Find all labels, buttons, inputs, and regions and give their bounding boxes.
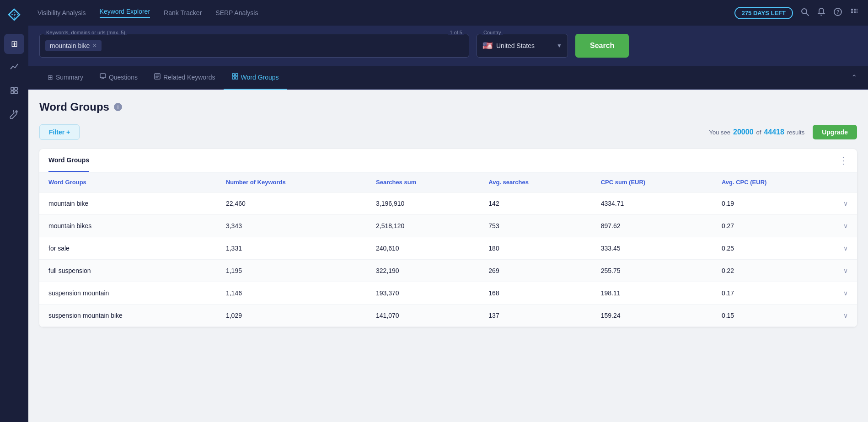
country-label: Country	[482, 30, 503, 35]
cell-expand[interactable]: ∨	[834, 282, 857, 304]
svg-rect-2	[11, 91, 14, 94]
cell-expand[interactable]: ∨	[834, 237, 857, 260]
cell-avg-cpc: 0.27	[713, 215, 834, 237]
cell-num-keywords: 1,146	[217, 282, 367, 304]
cell-expand[interactable]: ∨	[834, 260, 857, 282]
keyword-input-wrapper[interactable]: Keywords, domains or urls (max. 5) 1 of …	[39, 34, 469, 58]
table-card: Word Groups ⋮ Word Groups Number of Keyw…	[39, 149, 857, 327]
expand-icon[interactable]: ∨	[843, 245, 848, 252]
svg-text:?: ?	[836, 9, 840, 15]
col-num-keywords[interactable]: Number of Keywords	[217, 172, 367, 192]
svg-rect-0	[11, 87, 14, 90]
svg-rect-23	[236, 77, 238, 79]
page-header: Word Groups i	[39, 101, 857, 113]
cell-avg-searches: 269	[479, 260, 591, 282]
country-select[interactable]: Country 🇺🇸 United States ▼	[477, 34, 568, 58]
keyword-tag-text: mountain bike	[50, 42, 90, 49]
cell-word-group: full suspension	[39, 260, 217, 282]
cell-avg-cpc: 0.25	[713, 237, 834, 260]
col-avg-cpc[interactable]: Avg. CPC (EUR)	[713, 172, 834, 192]
table-row[interactable]: full suspension 1,195 322,190 269 255.75…	[39, 260, 857, 282]
col-word-groups[interactable]: Word Groups	[39, 172, 217, 192]
topnav: Visibility Analysis Keyword Explorer Ran…	[28, 0, 868, 26]
sidebar-item-grid[interactable]: ⊞	[4, 34, 24, 54]
search-icon[interactable]	[800, 7, 809, 19]
cell-expand[interactable]: ∨	[834, 215, 857, 237]
sidebar-item-wrench[interactable]	[4, 105, 24, 125]
svg-rect-12	[851, 11, 853, 13]
expand-icon[interactable]: ∨	[843, 312, 848, 319]
table-row[interactable]: mountain bike 22,460 3,196,910 142 4334.…	[39, 192, 857, 215]
cell-word-group: mountain bike	[39, 192, 217, 215]
nav-rank-tracker[interactable]: Rank Tracker	[164, 9, 202, 16]
svg-rect-15	[100, 74, 106, 78]
table-row[interactable]: suspension mountain bike 1,029 141,070 1…	[39, 304, 857, 327]
keyword-tag: mountain bike ×	[45, 40, 102, 51]
word-groups-icon	[232, 73, 238, 81]
svg-rect-13	[854, 11, 856, 13]
nav-serp-analysis[interactable]: SERP Analysis	[215, 9, 258, 16]
cell-expand[interactable]: ∨	[834, 192, 857, 215]
sidebar-item-chart[interactable]	[4, 58, 24, 78]
svg-rect-3	[15, 91, 17, 94]
table-row[interactable]: mountain bikes 3,343 2,518,120 753 897.6…	[39, 215, 857, 237]
col-avg-searches[interactable]: Avg. searches	[479, 172, 591, 192]
keyword-tag-close[interactable]: ×	[92, 42, 96, 49]
table-tab-more-icon[interactable]: ⋮	[839, 155, 848, 166]
cell-avg-searches: 180	[479, 237, 591, 260]
topnav-right: 275 DAYS LEFT ?	[734, 7, 859, 19]
svg-rect-14	[857, 11, 857, 13]
cell-cpc-sum: 333.45	[592, 237, 713, 260]
keyword-input-label: Keywords, domains or urls (max. 5)	[44, 30, 127, 35]
results-text: You see	[709, 129, 731, 136]
tab-summary[interactable]: ⊞ Summary	[39, 66, 91, 90]
help-icon[interactable]: ?	[833, 7, 842, 19]
days-badge: 275 DAYS LEFT	[734, 7, 793, 19]
cell-searches-sum: 2,518,120	[367, 215, 479, 237]
cell-num-keywords: 1,195	[217, 260, 367, 282]
filter-button[interactable]: Filter +	[39, 124, 80, 140]
logo[interactable]	[4, 5, 24, 25]
expand-icon[interactable]: ∨	[843, 289, 848, 297]
cell-num-keywords: 22,460	[217, 192, 367, 215]
grid-icon: ⊞	[11, 39, 18, 49]
tab-word-groups[interactable]: Word Groups	[224, 66, 287, 90]
upgrade-button[interactable]: Upgrade	[813, 125, 857, 139]
col-searches-sum[interactable]: Searches sum	[367, 172, 479, 192]
cell-cpc-sum: 159.24	[592, 304, 713, 327]
tabbar: ⊞ Summary Questions Related Keywords Wor…	[28, 66, 868, 90]
main-content: Word Groups i Filter + You see 20000 of …	[28, 90, 868, 422]
results-total: 44418	[764, 128, 784, 136]
table-row[interactable]: suspension mountain 1,146 193,370 168 19…	[39, 282, 857, 304]
nav-visibility-analysis[interactable]: Visibility Analysis	[38, 9, 86, 16]
table-tabs: Word Groups ⋮	[39, 149, 857, 172]
bell-icon[interactable]	[817, 7, 826, 19]
expand-icon[interactable]: ∨	[843, 200, 848, 207]
cell-searches-sum: 193,370	[367, 282, 479, 304]
tabbar-collapse-icon[interactable]: ⌃	[851, 73, 857, 82]
table-row[interactable]: for sale 1,331 240,610 180 333.45 0.25 ∨	[39, 237, 857, 260]
col-cpc-sum[interactable]: CPC sum (EUR)	[592, 172, 713, 192]
country-dropdown-arrow: ▼	[557, 43, 562, 49]
nav-keyword-explorer[interactable]: Keyword Explorer	[100, 8, 150, 18]
search-area: Keywords, domains or urls (max. 5) 1 of …	[28, 26, 868, 66]
table-tab-word-groups[interactable]: Word Groups	[48, 149, 89, 172]
tab-questions[interactable]: Questions	[91, 66, 146, 90]
apps-icon[interactable]	[850, 7, 859, 19]
tab-questions-label: Questions	[109, 74, 138, 81]
expand-icon[interactable]: ∨	[843, 267, 848, 274]
search-button[interactable]: Search	[575, 34, 629, 58]
tab-related-keywords[interactable]: Related Keywords	[146, 66, 224, 90]
info-icon[interactable]: i	[114, 103, 122, 111]
page-title: Word Groups	[39, 101, 109, 113]
cell-expand[interactable]: ∨	[834, 304, 857, 327]
results-of: of	[756, 129, 761, 136]
expand-icon[interactable]: ∨	[843, 222, 848, 230]
cell-num-keywords: 3,343	[217, 215, 367, 237]
results-area: You see 20000 of 44418 results Upgrade	[709, 125, 857, 139]
cell-avg-cpc: 0.19	[713, 192, 834, 215]
sidebar: ⊞	[0, 0, 28, 422]
cell-cpc-sum: 897.62	[592, 215, 713, 237]
sidebar-item-puzzle[interactable]	[4, 81, 24, 101]
tab-summary-label: Summary	[56, 74, 83, 81]
